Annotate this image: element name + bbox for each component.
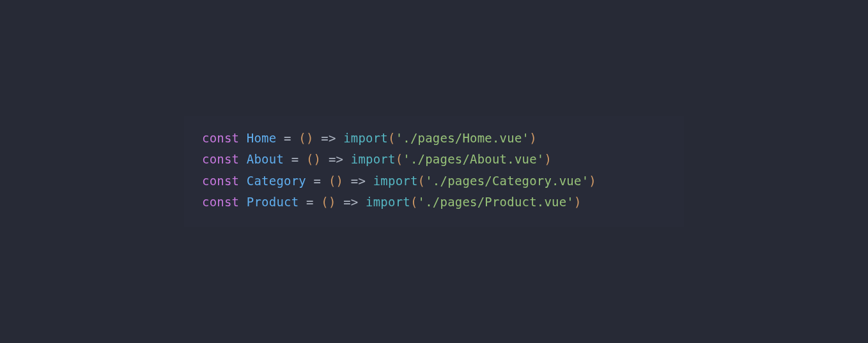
code-line: const About = () => import('./pages/Abou… (202, 149, 666, 170)
identifier: Product (247, 195, 298, 209)
assign: = (284, 152, 306, 166)
space (239, 195, 247, 209)
arrow: => (343, 174, 373, 188)
code-line: const Product = () => import('./pages/Pr… (202, 192, 666, 213)
assign: = (306, 174, 329, 188)
paren-close: ) (529, 131, 537, 145)
viewport: const Home = () => import('./pages/Home.… (0, 0, 868, 343)
keyword-const: const (202, 174, 239, 188)
paren-close: ) (306, 131, 314, 145)
string-literal: './pages/Home.vue' (396, 131, 530, 145)
paren-close: ) (589, 174, 596, 188)
code-line: const Category = () => import('./pages/C… (202, 171, 666, 192)
import-call: import (366, 195, 410, 209)
space (239, 131, 247, 145)
string-literal: './pages/Category.vue' (425, 174, 589, 188)
arrow: => (336, 195, 366, 209)
paren-close: ) (544, 152, 552, 166)
assign: = (298, 195, 321, 209)
paren-open: ( (388, 131, 396, 145)
space (239, 152, 247, 166)
import-call: import (373, 174, 418, 188)
paren-open: ( (418, 174, 426, 188)
arrow: => (314, 131, 344, 145)
keyword-const: const (202, 195, 239, 209)
identifier: Category (247, 174, 306, 188)
paren-open: ( (410, 195, 418, 209)
code-panel: const Home = () => import('./pages/Home.… (184, 116, 684, 227)
string-literal: './pages/Product.vue' (418, 195, 574, 209)
identifier: About (247, 152, 284, 166)
keyword-const: const (202, 152, 239, 166)
keyword-const: const (202, 131, 239, 145)
arrow: => (321, 152, 351, 166)
assign: = (276, 131, 298, 145)
code-line: const Home = () => import('./pages/Home.… (202, 128, 666, 149)
paren-open: ( (298, 131, 306, 145)
space (239, 174, 247, 188)
paren-open: ( (306, 152, 314, 166)
paren-close: ) (336, 174, 344, 188)
import-call: import (351, 152, 396, 166)
paren-close: ) (329, 195, 336, 209)
paren-close: ) (574, 195, 582, 209)
import-call: import (343, 131, 388, 145)
paren-open: ( (396, 152, 403, 166)
identifier: Home (247, 131, 277, 145)
string-literal: './pages/About.vue' (403, 152, 544, 166)
paren-open: ( (329, 174, 336, 188)
paren-close: ) (314, 152, 322, 166)
paren-open: ( (321, 195, 329, 209)
